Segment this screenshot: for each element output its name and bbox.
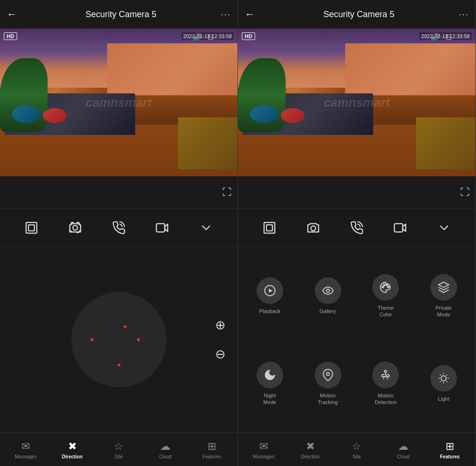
left-toolbar [0, 209, 238, 247]
left-nav-direction[interactable]: ✖ Direction [59, 440, 85, 459]
gallery-label: Gallery [319, 308, 336, 314]
left-features-icon: ⊞ [208, 440, 216, 453]
scene-cushion-l [12, 105, 40, 123]
right-back-button[interactable]: ← [245, 8, 259, 20]
left-panel: ← Security Camera 5 ··· HD 🔊 ⊟ 2022-02-1… [0, 0, 238, 466]
night-mode-label: NightMode [263, 392, 277, 406]
left-video-container: HD 🔊 ⊟ 2022-02-13 12:33:58 camnsmart [0, 29, 238, 176]
theme-color-icon [372, 274, 399, 301]
left-zoom-in-button[interactable]: ⊕ [215, 318, 226, 333]
left-fullscreen-button[interactable]: ⛶ [222, 187, 232, 198]
left-direction-circle[interactable] [71, 292, 167, 387]
left-nav-site[interactable]: ☆ Site [106, 440, 132, 459]
right-snapshot-button[interactable] [304, 218, 323, 237]
right-features-label: Features [440, 454, 460, 459]
motion-detection-label: MotionDetection [375, 392, 397, 406]
left-messages-label: Messages [15, 454, 37, 459]
right-site-label: Site [353, 454, 361, 459]
right-nav-direction[interactable]: ✖ Direction [297, 440, 323, 459]
left-back-button[interactable]: ← [7, 8, 21, 20]
right-feature-playback[interactable]: Playback [243, 254, 297, 338]
right-cloud-icon: ☁ [398, 440, 408, 453]
svg-rect-3 [157, 223, 165, 232]
right-controls-strip: ⛶ [238, 176, 476, 209]
svg-point-18 [385, 370, 387, 372]
right-fullscreen-button[interactable]: ⛶ [460, 187, 470, 198]
left-more-button[interactable]: ··· [221, 10, 231, 20]
left-dot-center [124, 325, 127, 328]
right-hd-badge: HD [242, 32, 255, 40]
right-more-button[interactable]: ··· [459, 10, 469, 20]
left-nav-features[interactable]: ⊞ Features [199, 440, 225, 459]
right-panel: ← Security Camera 5 ··· HD 🔊 ⊟ 2022-02-1… [238, 0, 476, 466]
right-nav-site[interactable]: ☆ Site [344, 440, 370, 459]
svg-point-16 [388, 286, 389, 288]
light-label: Light [438, 395, 449, 402]
svg-point-13 [382, 286, 384, 288]
theme-color-label: ThemeColor [377, 304, 394, 318]
right-feature-gallery[interactable]: Gallery [301, 254, 355, 338]
right-nav-features[interactable]: ⊞ Features [437, 440, 463, 459]
right-messages-icon: ✉ [259, 440, 268, 453]
left-call-button[interactable] [109, 218, 128, 237]
left-nav-cloud[interactable]: ☁ Cloud [152, 440, 178, 459]
playback-icon [257, 277, 283, 304]
right-site-icon: ☆ [352, 440, 361, 453]
left-cloud-icon: ☁ [160, 440, 170, 453]
right-header: ← Security Camera 5 ··· [238, 0, 476, 29]
right-call-button[interactable] [347, 218, 366, 237]
right-feature-light[interactable]: Light [416, 342, 471, 425]
left-dot-bottom [118, 364, 120, 366]
right-header-title: Security Camera 5 [259, 10, 459, 20]
right-bottom-nav: ✉ Messages ✖ Direction ☆ Site ☁ Cloud ⊞ … [238, 433, 476, 466]
scene-table-l [178, 117, 238, 169]
left-snapshot-button[interactable] [66, 218, 85, 237]
left-dot-right [137, 338, 140, 341]
left-frame-button[interactable] [22, 218, 41, 237]
right-features-icon: ⊞ [446, 440, 454, 453]
right-nav-messages[interactable]: ✉ Messages [250, 440, 277, 459]
left-zoom-controls: ⊕ ⊖ [215, 318, 226, 362]
private-mode-icon [430, 274, 457, 301]
left-header: ← Security Camera 5 ··· [0, 0, 238, 29]
right-feature-private-mode[interactable]: PrivateMode [416, 254, 471, 338]
scene-cushion-r [250, 105, 278, 123]
right-cloud-label: Cloud [397, 454, 409, 459]
left-site-label: Site [115, 454, 123, 459]
svg-point-7 [311, 226, 316, 231]
left-video-bg [0, 29, 238, 176]
left-nav-messages[interactable]: ✉ Messages [12, 440, 39, 459]
scene-table-r [416, 117, 476, 169]
left-scene [0, 29, 238, 176]
left-record-button[interactable] [153, 218, 172, 237]
left-direction-label: Direction [62, 454, 82, 459]
left-zoom-out-button[interactable]: ⊖ [215, 347, 226, 362]
right-direction-label: Direction [301, 454, 319, 459]
right-feature-theme-color[interactable]: ThemeColor [359, 254, 413, 338]
left-cloud-label: Cloud [159, 454, 171, 459]
right-direction-icon: ✖ [306, 440, 315, 453]
left-dot-left [90, 338, 93, 341]
motion-tracking-label: MotionTracking [318, 392, 338, 406]
right-feature-motion-tracking[interactable]: MotionTracking [301, 342, 355, 425]
svg-rect-5 [264, 222, 275, 233]
svg-point-17 [326, 372, 329, 375]
left-direction-area: ⊕ ⊖ [0, 247, 238, 433]
right-feature-motion-detection[interactable]: MotionDetection [359, 342, 413, 425]
right-timestamp: 2022-02-13 12:33:58 [419, 32, 472, 40]
left-bottom-nav: ✉ Messages ✖ Direction ☆ Site ☁ Cloud ⊞ … [0, 433, 238, 466]
right-toolbar [238, 209, 476, 247]
right-expand-button[interactable] [435, 218, 454, 237]
svg-point-2 [73, 225, 78, 230]
right-frame-button[interactable] [260, 218, 279, 237]
left-controls-strip: ⛶ [0, 176, 238, 209]
right-record-button[interactable] [391, 218, 410, 237]
motion-tracking-icon [315, 362, 341, 388]
right-nav-cloud[interactable]: ☁ Cloud [390, 440, 416, 459]
svg-rect-1 [29, 224, 35, 231]
playback-label: Playback [259, 308, 281, 314]
light-icon [430, 365, 457, 392]
right-feature-night-mode[interactable]: NightMode [243, 342, 297, 425]
svg-point-12 [326, 289, 329, 293]
left-expand-button[interactable] [197, 218, 216, 237]
